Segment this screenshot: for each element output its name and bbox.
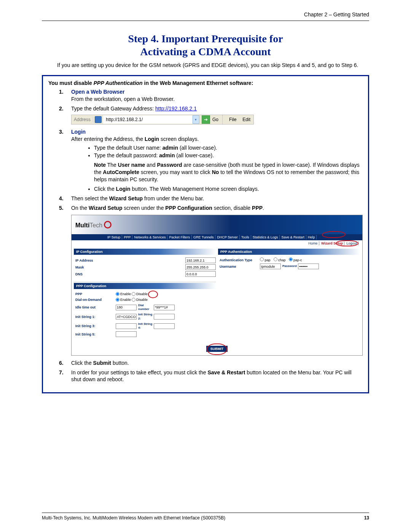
edit-menu[interactable]: Edit <box>239 117 253 123</box>
step-3-b1: Type the default User name: admin (all l… <box>94 144 363 152</box>
step-3-bullets-2: Click the Login button. The Web Manageme… <box>94 185 363 193</box>
title-line-2: Activating a CDMA Account <box>140 46 271 58</box>
dod-enable-radio[interactable] <box>116 298 119 302</box>
step-3-bullets: Type the default User name: admin (all l… <box>94 144 363 160</box>
header-rule <box>42 21 369 21</box>
page-title: Step 4. Important Prerequisite for Activ… <box>42 32 369 58</box>
panel-left: IP Configuration IP Address Mask DNS PPP… <box>74 249 216 341</box>
address-dropdown-icon[interactable]: ▾ <box>193 115 199 124</box>
auth-pap-radio[interactable] <box>260 257 264 261</box>
dns-input[interactable] <box>185 271 216 277</box>
init2-input[interactable] <box>154 314 175 320</box>
init1-label: Init String 1: <box>74 315 116 319</box>
init3-input[interactable] <box>116 323 137 329</box>
ie-icon <box>95 116 102 123</box>
title-line-1: Step 4. Important Prerequisite for <box>128 33 283 45</box>
dns-label: DNS <box>74 272 116 276</box>
ppp-enable-radio[interactable] <box>116 292 119 296</box>
step-7: In order for your settings to take effec… <box>59 369 363 383</box>
step-3-body-pre: After entering the Address, the <box>71 136 145 142</box>
menu-packet-filters[interactable]: Packet Filters <box>167 235 192 240</box>
instruction-box: You must disable PPP Authentication in t… <box>42 75 369 393</box>
menu-stats-logs[interactable]: Statistics & Logs <box>251 235 280 240</box>
init3-label: Init String 3: <box>74 324 116 328</box>
lead-pre: You must disable <box>48 80 94 86</box>
intro-paragraph: If you are setting up you device for the… <box>57 62 369 69</box>
step-3: Login After entering the Address, the Lo… <box>59 128 363 193</box>
file-menu[interactable]: File <box>226 117 239 123</box>
lead-em: PPP Authentication <box>94 80 143 86</box>
document-page: Chapter 2 – Getting Started Step 4. Impo… <box>0 0 411 532</box>
menu-ppp[interactable]: PPP <box>122 235 132 240</box>
dial-number-input[interactable] <box>154 305 175 310</box>
init1-input[interactable] <box>116 314 137 320</box>
box-lead: You must disable PPP Authentication in t… <box>48 80 363 86</box>
address-label: Address <box>72 117 93 123</box>
address-input[interactable] <box>103 115 193 124</box>
password-label: Password <box>281 264 298 268</box>
init5-label: Init String 5: <box>74 332 116 337</box>
submenu-home[interactable]: Home <box>307 241 319 245</box>
init5-input[interactable] <box>116 331 137 337</box>
highlight-circle-ppp-disable <box>148 291 158 298</box>
highlight-circle-wizard <box>336 240 358 246</box>
menu-dhcp-server[interactable]: DHCP Server <box>215 235 239 240</box>
dod-label: Dial-on-Demand <box>74 297 116 302</box>
dial-number-label: Dial number <box>137 304 154 312</box>
init2-label: Init String 2: <box>137 313 154 321</box>
menu-save-restart[interactable]: Save & Restart <box>280 235 306 240</box>
header-chapter: Chapter 2 – Getting Started <box>42 11 369 18</box>
mask-input[interactable] <box>185 264 216 270</box>
auth-papc-radio[interactable] <box>289 257 293 261</box>
ppp-config-header: PPP Configuration <box>74 283 216 289</box>
footer-page-number: 13 <box>364 515 369 521</box>
gateway-url-link[interactable]: http://192.168.2.1 <box>155 105 197 112</box>
steps-list: Open a Web Browser From the workstation,… <box>59 88 363 383</box>
panel-right: PPP Authentication Authentication Type p… <box>218 249 360 341</box>
step-2: Type the default Gateway Address: http:/… <box>59 105 363 125</box>
webui-screenshot: MultiTech IP Setup PPP Networks & Servic… <box>71 215 363 356</box>
ppp-auth-header: PPP Authentication <box>218 249 360 255</box>
menu-help[interactable]: Help <box>306 235 317 240</box>
menu-tools[interactable]: Tools <box>240 235 251 240</box>
idle-label: Idle time out <box>74 305 116 310</box>
init4-input[interactable] <box>154 323 175 329</box>
password-input[interactable] <box>298 264 319 269</box>
step-1-head: Open a Web Browser <box>71 89 125 95</box>
menu-networks[interactable]: Networks & Services <box>132 235 167 240</box>
webui-menubar: IP Setup PPP Networks & Services Packet … <box>72 234 362 240</box>
brand-logo: MultiTech <box>75 220 112 230</box>
ppp-disable-radio[interactable] <box>132 292 135 296</box>
submit-button[interactable]: SUBMIT <box>206 346 228 352</box>
ppp-label: PPP <box>74 292 116 296</box>
webui-submenu: Home Wizard Setup Logout <box>72 240 362 246</box>
auth-chap-radio[interactable] <box>274 257 277 261</box>
username-label: Username <box>218 264 260 269</box>
step-5: On the Wizard Setup screen under the PPP… <box>59 204 363 356</box>
brand-dot-icon <box>104 221 112 228</box>
step-3-head: Login <box>71 129 86 135</box>
step-3-note: Note The User name and Password are case… <box>94 161 363 183</box>
step-1-body: From the workstation, open a Web Browser… <box>71 96 175 102</box>
mask-label: Mask <box>74 265 116 270</box>
step-3-b3: Click the Login button. The Web Manageme… <box>94 185 363 193</box>
auth-type-label: Authentication Type <box>218 258 260 262</box>
menu-gre-tunnels[interactable]: GRE Tunnels <box>192 235 216 240</box>
step-4: Then select the Wizard Setup from under … <box>59 195 363 202</box>
separator <box>222 115 225 124</box>
dod-disable-radio[interactable] <box>132 298 135 302</box>
step-3-b2: Type the default password: admin (all lo… <box>94 152 363 159</box>
username-input[interactable] <box>260 264 281 269</box>
go-arrow-icon[interactable]: ➔ <box>202 115 210 124</box>
ip-config-header: IP Configuration <box>74 249 216 255</box>
ip-address-label: IP Address <box>74 258 116 263</box>
idle-input[interactable] <box>116 305 137 310</box>
lead-post: in the Web Management Ethernet software: <box>143 80 253 86</box>
step-6: Click the Submit button. <box>59 359 363 367</box>
menu-ip-setup[interactable]: IP Setup <box>106 235 122 240</box>
page-footer: Multi-Tech Systems, Inc. MultiModem Wire… <box>42 513 369 521</box>
ip-address-input[interactable] <box>185 257 216 263</box>
go-button[interactable]: Go <box>210 117 221 123</box>
step-3-login-bold: Login <box>145 136 159 142</box>
webui-banner: MultiTech <box>72 215 362 234</box>
